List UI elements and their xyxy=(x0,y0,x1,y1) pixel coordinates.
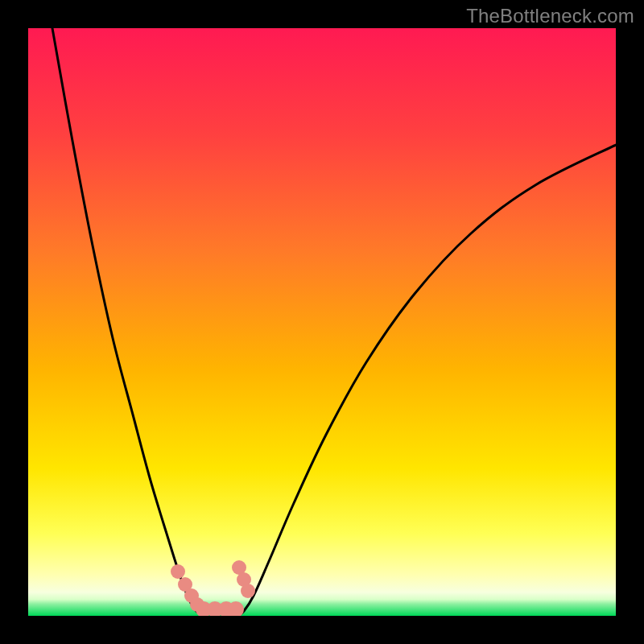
data-marker xyxy=(171,564,185,579)
chart-frame: TheBottleneck.com xyxy=(0,0,644,644)
watermark-text: TheBottleneck.com xyxy=(466,5,634,27)
chart-svg xyxy=(28,28,616,616)
gradient-background xyxy=(28,28,616,616)
plot-area xyxy=(28,28,616,616)
data-marker xyxy=(241,584,255,598)
